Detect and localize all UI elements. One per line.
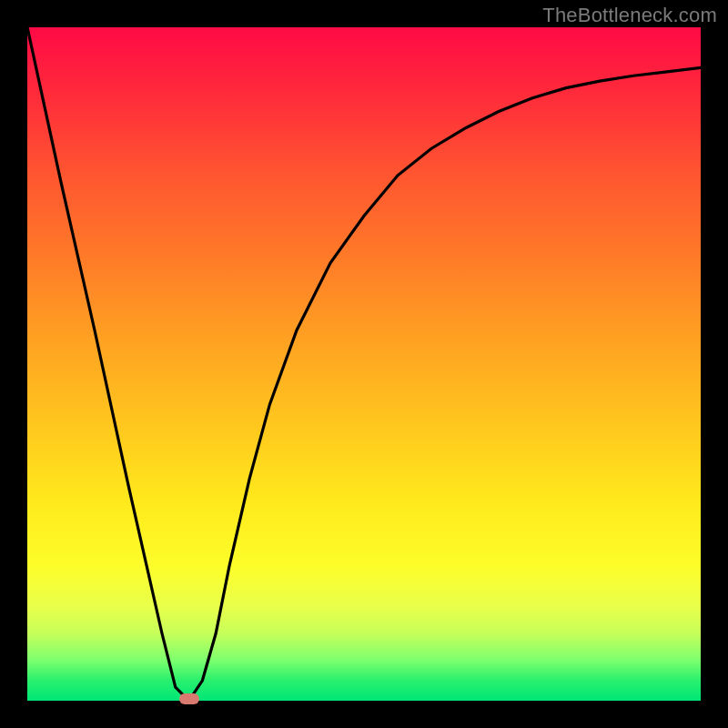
bottleneck-curve	[27, 27, 701, 701]
curve-svg	[27, 27, 701, 701]
watermark-text: TheBottleneck.com	[542, 4, 717, 27]
chart-frame: TheBottleneck.com	[0, 0, 728, 728]
plot-area	[27, 27, 701, 701]
minimum-marker	[179, 693, 199, 704]
